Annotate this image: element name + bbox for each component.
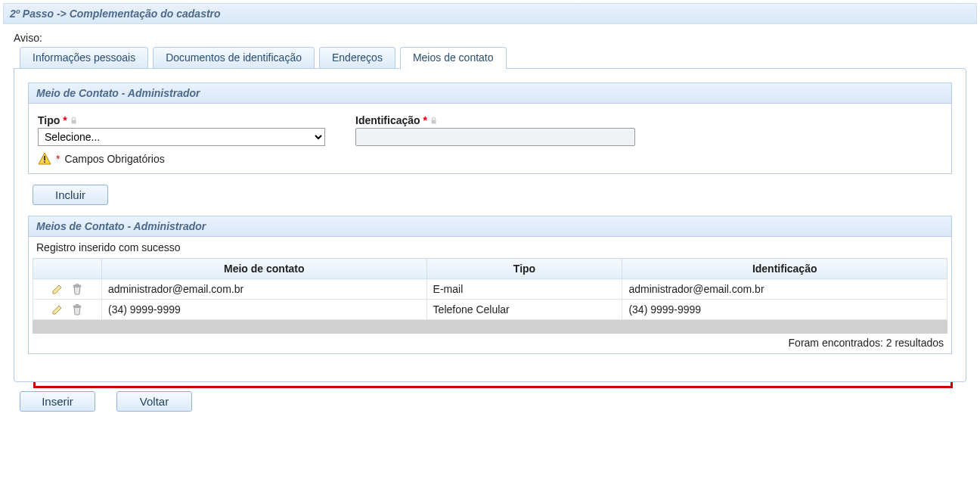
cell-tipo: E-mail [426, 279, 622, 300]
required-star-ident: * [423, 114, 427, 126]
label-tipo-text: Tipo [38, 114, 60, 126]
panel-header-form: Meio de Contato - Administrador [29, 83, 951, 104]
delete-icon[interactable] [70, 281, 85, 297]
select-tipo[interactable]: Selecione... [38, 128, 325, 146]
col-actions [33, 259, 102, 279]
inserir-button[interactable]: Inserir [20, 391, 95, 412]
col-meio: Meio de contato [102, 259, 427, 279]
svg-rect-3 [44, 156, 45, 160]
cell-identificacao: (34) 9999-9999 [622, 300, 947, 320]
mandatory-star: * [56, 153, 60, 165]
panel-meio-contato-form: Meio de Contato - Administrador Tipo * [28, 82, 952, 174]
tab-enderecos[interactable]: Endereços [319, 47, 395, 68]
input-identificacao[interactable] [355, 128, 635, 146]
mandatory-row: * Campos Obrigatórios [38, 152, 942, 166]
tab-meios-contato[interactable]: Meios de contato [400, 47, 507, 69]
delete-icon[interactable] [70, 302, 85, 317]
results-count: Foram encontrados: 2 resultados [29, 334, 951, 353]
tab-documentos[interactable]: Documentos de identificação [153, 47, 315, 68]
tabs-row: Informações pessoais Documentos de ident… [3, 47, 977, 68]
col-identificacao: Identificação [622, 259, 947, 279]
col-tipo: Tipo [426, 259, 622, 279]
table-row: (34) 9999-9999 Telefone Celular (34) 999… [33, 300, 947, 320]
lock-icon [70, 117, 77, 125]
svg-rect-0 [71, 120, 76, 123]
mandatory-text: Campos Obrigatórios [64, 153, 164, 165]
lock-icon [430, 117, 437, 125]
required-star-tipo: * [63, 114, 67, 126]
label-identificacao: Identificação * [355, 114, 635, 126]
cell-tipo: Telefone Celular [426, 300, 622, 320]
cell-meio: administrador@email.com.br [102, 279, 427, 300]
cell-meio: (34) 9999-9999 [102, 300, 427, 320]
cell-identificacao: administrador@email.com.br [622, 279, 947, 300]
step-header: 2º Passo -> Complementação do cadastro [3, 3, 977, 24]
contacts-table: Meio de contato Tipo Identificação [33, 258, 947, 320]
bottom-actions: Inserir Voltar [20, 391, 977, 412]
tab-body: Meio de Contato - Administrador Tipo * [14, 68, 966, 382]
panel-header-list: Meios de Contato - Administrador [29, 216, 951, 237]
label-tipo: Tipo * [38, 114, 325, 126]
table-footer-bar [33, 320, 947, 334]
warning-icon [38, 152, 51, 166]
panel-body-form: Tipo * Selecione... [29, 104, 951, 173]
notice-label: Aviso: [3, 24, 977, 47]
label-ident-text: Identificação [355, 114, 420, 126]
page-wrap: 2º Passo -> Complementação do cadastro A… [3, 3, 977, 412]
panel-meio-contato-list: Meios de Contato - Administrador Registr… [28, 216, 952, 354]
voltar-button[interactable]: Voltar [116, 391, 192, 412]
edit-icon[interactable] [50, 302, 65, 317]
svg-rect-6 [76, 284, 79, 286]
table-row: administrador@email.com.br E-mail admini… [33, 279, 947, 300]
incluir-button[interactable]: Incluir [33, 185, 108, 205]
tab-informacoes-pessoais[interactable]: Informações pessoais [20, 47, 148, 68]
edit-icon[interactable] [50, 281, 65, 297]
success-message: Registro inserido com sucesso [29, 237, 951, 255]
svg-rect-8 [76, 305, 79, 306]
svg-rect-1 [432, 120, 436, 123]
svg-rect-4 [44, 161, 45, 163]
